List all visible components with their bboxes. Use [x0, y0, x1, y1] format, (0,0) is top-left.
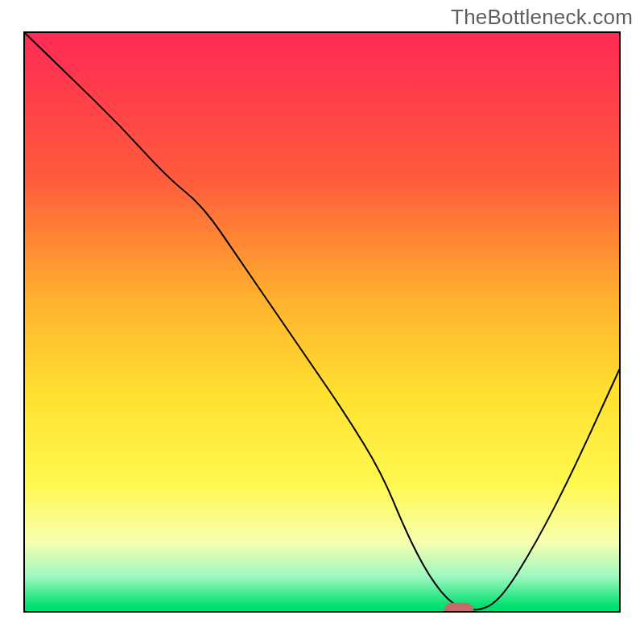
watermark-label: TheBottleneck.com — [451, 5, 633, 30]
bottleneck-chart — [0, 0, 644, 644]
chart-container: TheBottleneck.com — [0, 0, 644, 644]
